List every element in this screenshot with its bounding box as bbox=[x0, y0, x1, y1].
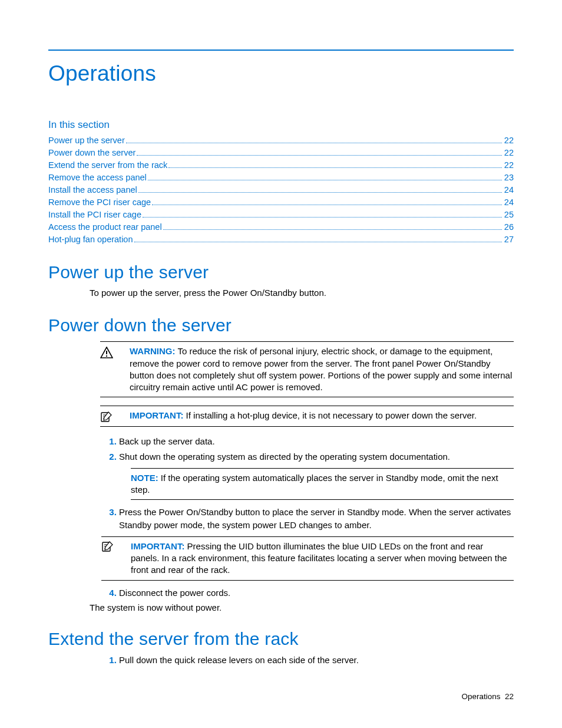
toc-row[interactable]: Hot-plug fan operation 27 bbox=[48, 233, 514, 246]
callout-label: NOTE: bbox=[131, 473, 158, 483]
step-text: Back up the server data. bbox=[119, 436, 215, 446]
toc-page: 23 bbox=[504, 172, 514, 184]
toc-row[interactable]: Remove the PCI riser cage 24 bbox=[48, 196, 514, 209]
paragraph: To power up the server, press the Power … bbox=[90, 287, 514, 299]
warning-triangle-icon bbox=[100, 345, 130, 393]
section-heading-extend: Extend the server from the rack bbox=[48, 629, 514, 649]
section-body: To power up the server, press the Power … bbox=[90, 287, 514, 299]
step-text: Pull down the quick release levers on ea… bbox=[119, 655, 359, 665]
toc-heading: In this section bbox=[48, 119, 514, 131]
toc-row[interactable]: Install the access panel 24 bbox=[48, 184, 514, 196]
note-callout: NOTE: If the operating system automatica… bbox=[131, 468, 514, 500]
chapter-title: Operations bbox=[48, 61, 514, 86]
toc-leader bbox=[138, 185, 502, 193]
toc-page: 22 bbox=[504, 147, 514, 159]
toc-label: Hot-plug fan operation bbox=[48, 233, 133, 246]
steps-list: Pull down the quick release levers on ea… bbox=[90, 654, 514, 667]
step-text: Disconnect the power cords. bbox=[119, 588, 230, 598]
toc-row[interactable]: Power down the server 22 bbox=[48, 147, 514, 159]
step-item: Pull down the quick release levers on ea… bbox=[119, 654, 514, 667]
step-item: Disconnect the power cords. bbox=[119, 587, 514, 599]
toc-row[interactable]: Install the PCI riser cage 25 bbox=[48, 209, 514, 221]
callout-body: To reduce the risk of personal injury, e… bbox=[130, 346, 512, 392]
toc-page: 24 bbox=[504, 196, 514, 209]
toc-label: Remove the PCI riser cage bbox=[48, 196, 151, 209]
important-callout: IMPORTANT: Pressing the UID button illum… bbox=[101, 536, 514, 581]
document-page: Operations In this section Power up the … bbox=[0, 0, 562, 728]
svg-rect-1 bbox=[106, 355, 107, 357]
section-heading-power-up: Power up the server bbox=[48, 262, 514, 282]
toc-page: 27 bbox=[504, 233, 514, 246]
toc-leader bbox=[168, 160, 502, 168]
toc-leader bbox=[137, 148, 502, 156]
step-item: Back up the server data. bbox=[119, 435, 514, 448]
toc-page: 24 bbox=[504, 184, 514, 196]
callout-text: IMPORTANT: If installing a hot-plug devi… bbox=[130, 410, 514, 423]
toc-page: 26 bbox=[504, 221, 514, 233]
important-callout: IMPORTANT: If installing a hot-plug devi… bbox=[100, 406, 514, 427]
step-text: Shut down the operating system as direct… bbox=[119, 452, 450, 462]
toc-label: Install the PCI riser cage bbox=[48, 209, 141, 221]
toc-label: Power down the server bbox=[48, 147, 135, 159]
toc-leader bbox=[152, 197, 502, 205]
toc-row[interactable]: Access the product rear panel 26 bbox=[48, 221, 514, 233]
callout-text: WARNING: To reduce the risk of personal … bbox=[130, 345, 514, 393]
toc-leader bbox=[148, 173, 502, 180]
callout-label: IMPORTANT: bbox=[131, 541, 184, 551]
toc-page: 22 bbox=[504, 134, 514, 147]
top-rule bbox=[48, 50, 514, 51]
toc-page: 22 bbox=[504, 159, 514, 172]
callout-body: Pressing the UID button illuminates the … bbox=[131, 541, 507, 575]
step-item: Press the Power On/Standby button to pla… bbox=[119, 506, 514, 580]
toc-label: Install the access panel bbox=[48, 184, 137, 196]
callout-body: If the operating system automatically pl… bbox=[131, 473, 498, 495]
footer-page: 22 bbox=[505, 692, 514, 701]
toc-label: Access the product rear panel bbox=[48, 221, 162, 233]
svg-rect-0 bbox=[106, 351, 107, 354]
footer-label: Operations bbox=[461, 692, 500, 701]
toc-row[interactable]: Extend the server from the rack 22 bbox=[48, 159, 514, 172]
toc-leader bbox=[143, 210, 502, 218]
toc-leader bbox=[163, 223, 502, 230]
toc-page: 25 bbox=[504, 209, 514, 221]
toc-label: Extend the server from the rack bbox=[48, 159, 167, 172]
note-pencil-icon bbox=[100, 410, 130, 423]
toc-label: Remove the access panel bbox=[48, 172, 147, 184]
callout-label: WARNING: bbox=[130, 346, 176, 356]
callout-label: IMPORTANT: bbox=[130, 410, 183, 420]
section-heading-power-down: Power down the server bbox=[48, 315, 514, 335]
toc-row[interactable]: Remove the access panel 23 bbox=[48, 172, 514, 184]
step-text: Press the Power On/Standby button to pla… bbox=[119, 507, 511, 530]
paragraph: The system is now without power. bbox=[90, 602, 514, 612]
steps-list: Back up the server data. Shut down the o… bbox=[90, 435, 514, 599]
toc: Power up the server 22 Power down the se… bbox=[48, 134, 514, 246]
note-pencil-icon bbox=[101, 541, 131, 577]
toc-leader bbox=[134, 235, 502, 243]
toc-row[interactable]: Power up the server 22 bbox=[48, 134, 514, 147]
warning-callout: WARNING: To reduce the risk of personal … bbox=[100, 341, 514, 397]
toc-label: Power up the server bbox=[48, 134, 125, 147]
step-item: Shut down the operating system as direct… bbox=[119, 450, 514, 500]
callout-text: IMPORTANT: Pressing the UID button illum… bbox=[131, 541, 514, 577]
page-footer: Operations 22 bbox=[461, 692, 514, 701]
toc-leader bbox=[126, 136, 502, 143]
callout-body: If installing a hot-plug device, it is n… bbox=[183, 410, 477, 420]
